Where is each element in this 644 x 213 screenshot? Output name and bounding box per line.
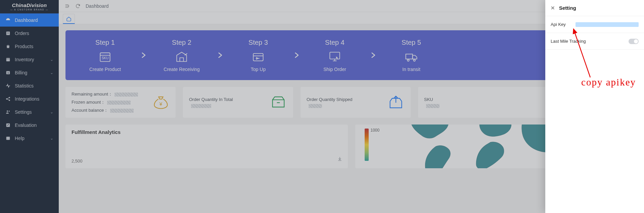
drawer-row-tracking: Last Mile Tracking bbox=[545, 33, 644, 50]
drawer-header: ✕ Setting bbox=[545, 0, 644, 16]
drawer-title: Setting bbox=[559, 5, 576, 11]
annotation-text: copy apikey bbox=[581, 77, 636, 88]
apikey-value-highlighted[interactable] bbox=[576, 22, 639, 27]
tracking-toggle[interactable] bbox=[629, 39, 639, 44]
close-icon[interactable]: ✕ bbox=[551, 5, 555, 11]
tracking-label: Last Mile Tracking bbox=[551, 39, 586, 44]
drawer-row-apikey: Api Key bbox=[545, 16, 644, 33]
apikey-label: Api Key bbox=[551, 22, 566, 27]
settings-drawer: ✕ Setting Api Key Last Mile Tracking bbox=[545, 0, 644, 213]
